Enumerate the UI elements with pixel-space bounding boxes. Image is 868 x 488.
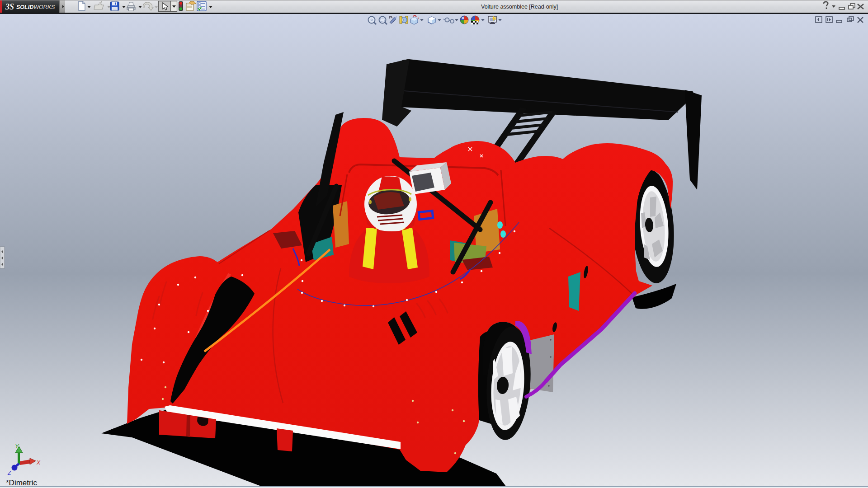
svg-text:*Dimetric: *Dimetric [6, 479, 37, 486]
svg-text:Z: Z [7, 470, 11, 476]
svg-text:SOLIDWORKS: SOLIDWORKS [16, 4, 55, 10]
svg-text:X: X [36, 460, 41, 466]
svg-text:3S: 3S [5, 2, 14, 11]
